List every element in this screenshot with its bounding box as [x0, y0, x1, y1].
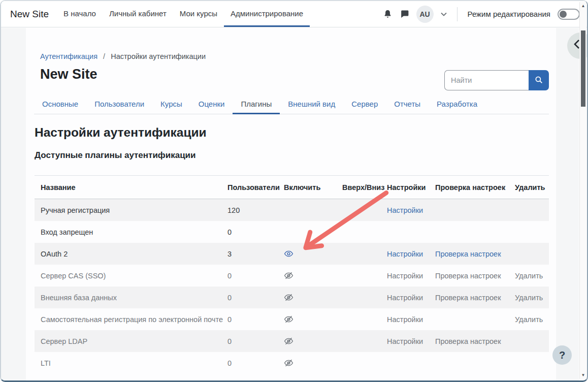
tab-3[interactable]: Оценки	[190, 94, 233, 114]
eye-slash-icon[interactable]	[284, 271, 293, 280]
settings-cell: Настройки	[381, 315, 429, 324]
users-count-cell: 0	[221, 315, 278, 324]
nav-item-1[interactable]: Личный кабинет	[103, 1, 173, 27]
page-background: Аутентификация / Настройки аутентификаци…	[1, 28, 579, 380]
enable-toggle-cell	[278, 249, 336, 259]
enable-toggle-cell	[278, 314, 336, 324]
test-settings-link[interactable]: Проверка настроек	[435, 250, 501, 258]
plugin-name-cell: Самостоятельная регистрация по электронн…	[35, 315, 221, 324]
column-header-0: Название	[35, 183, 221, 192]
tab-1[interactable]: Пользователи	[86, 94, 152, 114]
test-settings-link[interactable]: Проверка настроек	[435, 294, 501, 302]
column-header-3: Вверх/Вниз	[336, 183, 381, 192]
tab-6[interactable]: Сервер	[343, 94, 386, 114]
table-row: Самостоятельная регистрация по электронн…	[35, 308, 549, 330]
settings-cell: Настройки	[381, 337, 429, 345]
table-row: Вход запрещен0	[35, 221, 549, 243]
plugin-name-cell: Ручная регистрация	[35, 206, 221, 214]
column-header-4: Настройки	[381, 183, 429, 192]
eye-icon[interactable]	[284, 249, 293, 259]
eye-slash-icon[interactable]	[284, 358, 293, 368]
table-row: LTI0	[35, 352, 549, 374]
tab-4[interactable]: Плагины	[233, 94, 280, 114]
navbar: New Site В началоЛичный кабинетМои курсы…	[1, 1, 587, 27]
settings-cell: Настройки	[381, 272, 429, 280]
help-button[interactable]: ?	[552, 345, 572, 365]
column-header-2: Включить	[278, 183, 336, 192]
tab-0[interactable]: Основные	[34, 94, 86, 114]
breadcrumb-link-authentication[interactable]: Аутентификация	[40, 52, 97, 60]
column-header-6: Удалить	[509, 183, 549, 192]
chevron-left-icon	[573, 39, 580, 52]
breadcrumb-separator: /	[103, 52, 105, 60]
breadcrumb: Аутентификация / Настройки аутентификаци…	[26, 28, 556, 60]
settings-link[interactable]: Настройки	[387, 206, 423, 214]
settings-tabs: ОсновныеПользователиКурсыОценкиПлагиныВн…	[34, 94, 549, 114]
table-row: Внешняя база данных0НастройкиПроверка на…	[35, 286, 549, 308]
scrollbar[interactable]: ▲ ▼	[579, 2, 586, 379]
settings-link[interactable]: Настройки	[387, 337, 423, 345]
search-icon	[534, 75, 543, 86]
table-row: Ручная регистрация120Настройки	[35, 199, 549, 221]
search-button[interactable]	[529, 70, 549, 90]
users-count-cell: 0	[221, 294, 278, 302]
user-menu-chevron-down-icon[interactable]	[441, 12, 447, 16]
settings-link[interactable]: Настройки	[387, 315, 423, 324]
users-count-cell: 3	[221, 250, 278, 258]
table-row: Сервер CAS (SSO)0НастройкиПроверка настр…	[35, 265, 549, 286]
settings-link[interactable]: Настройки	[387, 250, 423, 258]
navbar-right: AU Режим редактирования	[383, 1, 580, 27]
section-heading: Настройки аутентификации	[35, 125, 556, 140]
enable-toggle-cell	[278, 336, 336, 346]
users-count-cell: 120	[221, 206, 278, 214]
nav-item-3[interactable]: Администрирование	[224, 1, 310, 27]
primary-nav: В началоЛичный кабинетМои курсыАдминистр…	[57, 1, 310, 27]
settings-cell: Настройки	[381, 206, 429, 214]
table-body: Ручная регистрация120НастройкиВход запре…	[35, 199, 549, 374]
test-settings-link[interactable]: Проверка настроек	[435, 337, 501, 345]
site-brand[interactable]: New Site	[10, 1, 49, 27]
subsection-heading: Доступные плагины аутентификации	[35, 150, 556, 161]
edit-mode-label: Режим редактирования	[468, 10, 550, 18]
delete-cell: Удалить	[509, 315, 549, 324]
site-search	[444, 70, 549, 90]
plugin-name-cell: Сервер CAS (SSO)	[35, 272, 221, 280]
tab-5[interactable]: Внешний вид	[280, 94, 343, 114]
plugin-name-cell: LTI	[35, 359, 221, 367]
table-row: Сервер LDAP0НастройкиПроверка настроек	[35, 330, 549, 352]
edit-mode-toggle[interactable]	[558, 9, 580, 20]
toggle-knob	[560, 11, 567, 18]
eye-slash-icon[interactable]	[284, 314, 293, 324]
delete-link[interactable]: Удалить	[515, 272, 543, 280]
test-settings-link[interactable]: Проверка настроек	[435, 272, 501, 280]
plugin-name-cell: Вход запрещен	[35, 228, 221, 236]
scrollbar-thumb[interactable]	[581, 30, 585, 107]
delete-link[interactable]: Удалить	[515, 294, 543, 302]
delete-link[interactable]: Удалить	[515, 315, 543, 324]
scrollbar-up-arrow-icon[interactable]: ▲	[580, 4, 586, 8]
messages-chat-icon[interactable]	[400, 9, 409, 19]
tab-8[interactable]: Разработка	[429, 94, 485, 114]
settings-link[interactable]: Настройки	[387, 294, 423, 302]
search-input[interactable]	[444, 70, 529, 90]
settings-cell: Настройки	[381, 250, 429, 258]
eye-slash-icon[interactable]	[284, 293, 293, 302]
tab-2[interactable]: Курсы	[152, 94, 190, 114]
test-settings-cell: Проверка настроек	[429, 337, 509, 345]
nav-item-2[interactable]: Мои курсы	[173, 1, 224, 27]
column-header-1: Пользователи	[221, 183, 278, 192]
notifications-bell-icon[interactable]	[383, 9, 393, 19]
navbar-divider	[457, 7, 458, 21]
auth-plugins-table: НазваниеПользователиВключитьВверх/ВнизНа…	[35, 175, 549, 374]
scrollbar-down-arrow-icon[interactable]: ▼	[580, 373, 586, 377]
plugin-name-cell: Сервер LDAP	[35, 337, 221, 345]
tab-7[interactable]: Отчеты	[386, 94, 429, 114]
nav-item-0[interactable]: В начало	[57, 1, 103, 27]
user-avatar[interactable]: AU	[416, 6, 434, 23]
main-content: Аутентификация / Настройки аутентификаци…	[26, 28, 556, 380]
breadcrumb-current: Настройки аутентификации	[111, 52, 206, 60]
table-header-row: НазваниеПользователиВключитьВверх/ВнизНа…	[35, 176, 549, 199]
eye-slash-icon[interactable]	[284, 336, 293, 346]
table-row: OAuth 23НастройкиПроверка настроек	[35, 243, 549, 265]
settings-link[interactable]: Настройки	[387, 272, 423, 280]
